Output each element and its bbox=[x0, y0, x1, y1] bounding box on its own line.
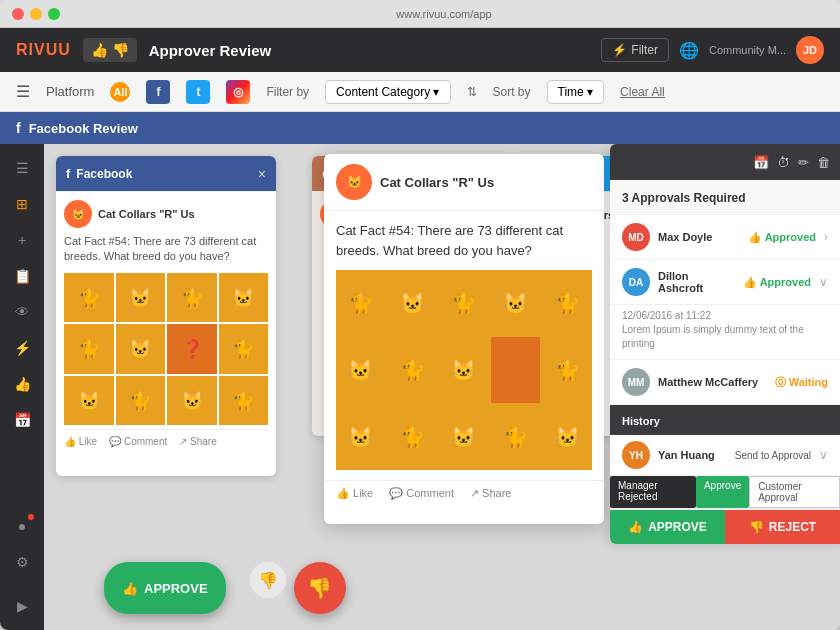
mac-titlebar: www.rivuu.com/app bbox=[0, 0, 840, 28]
main-layout: ☰ ⊞ + 📋 👁 ⚡ 👍 📅 ● ⚙ ▶ f Faceboo bbox=[0, 144, 840, 630]
approval-row-3: MM Matthew McCaffery ⓪ Waiting bbox=[610, 360, 840, 405]
sidebar-icon-thumb[interactable]: 👍 bbox=[6, 368, 38, 400]
clock-tool-icon[interactable]: ⏱ bbox=[777, 155, 790, 170]
spacer bbox=[234, 562, 242, 614]
center-share-btn[interactable]: ↗ Share bbox=[470, 487, 511, 500]
sidebar-icon-calendar[interactable]: 📅 bbox=[6, 404, 38, 436]
cat-cell-11: 🐱 bbox=[167, 376, 217, 426]
sort-select[interactable]: Time ▾ bbox=[547, 80, 605, 104]
sidebar-icon-clipboard[interactable]: 📋 bbox=[6, 260, 38, 292]
like-btn[interactable]: 👍 Like bbox=[64, 436, 97, 447]
cc-8: 🐱 bbox=[439, 337, 489, 402]
fb-review-bar: f Facebook Review bbox=[0, 112, 840, 144]
thumbs-down-neutral[interactable]: 👎 bbox=[250, 562, 286, 598]
cc-1: 🐈 bbox=[336, 270, 386, 335]
cc-6: 🐱 bbox=[336, 337, 386, 402]
edit-tool-icon[interactable]: ✏ bbox=[798, 155, 809, 170]
cc-15: 🐱 bbox=[542, 405, 592, 470]
sort-icon: ⇅ bbox=[467, 85, 477, 99]
center-author-name: Cat Collars "R" Us bbox=[380, 175, 494, 190]
facebook-card-actions: 👍 Like 💬 Comment ↗ Share bbox=[64, 429, 268, 453]
center-post-text: Cat Fact #54: There are 73 different cat… bbox=[336, 221, 592, 260]
approve-thumb-icon: 👍 bbox=[122, 581, 138, 596]
instagram-filter-icon[interactable]: ◎ bbox=[226, 80, 250, 104]
sidebar-icon-menu[interactable]: ☰ bbox=[6, 152, 38, 184]
sidebar-icon-alert[interactable]: ● bbox=[6, 510, 38, 542]
center-post-image: 🐈 🐱 🐈 🐱 🐈 🐱 🐈 🐱 🐈 🐱 🐈 bbox=[336, 270, 592, 470]
center-like-btn[interactable]: 👍 Like bbox=[336, 487, 373, 500]
yan-action: Send to Approval bbox=[735, 450, 811, 461]
community-label[interactable]: Community M... bbox=[709, 44, 786, 56]
calendar-tool-icon[interactable]: 📅 bbox=[753, 155, 769, 170]
sidebar-icon-video[interactable]: ▶ bbox=[6, 590, 38, 622]
platform-label: Platform bbox=[46, 84, 94, 99]
hamburger-icon[interactable]: ☰ bbox=[16, 82, 30, 101]
panel-reject-icon: 👎 bbox=[749, 520, 764, 534]
panel-approve-button[interactable]: 👍 APPROVE bbox=[610, 510, 725, 544]
cc-10: 🐈 bbox=[542, 337, 592, 402]
cc-7: 🐈 bbox=[388, 337, 438, 402]
center-post-header: 🐱 Cat Collars "R" Us bbox=[324, 154, 604, 211]
customer-approval-tab[interactable]: Customer Approval bbox=[749, 476, 840, 508]
approval-row-1: MD Max Doyle 👍 Approved › bbox=[610, 215, 840, 260]
app-navbar: RIVUU 👍 👎 Approver Review ⚡ Filter 🌐 Com… bbox=[0, 28, 840, 72]
sidebar-icon-add[interactable]: + bbox=[6, 224, 38, 256]
approval-row-2: DA Dillon Ashcroft 👍 Approved ∨ bbox=[610, 260, 840, 305]
fb-letter: f bbox=[16, 120, 21, 136]
cat-cell-7: ❓ bbox=[167, 324, 217, 374]
sidebar-icon-settings[interactable]: ⚙ bbox=[6, 546, 38, 578]
sidebar-icon-grid[interactable]: ⊞ bbox=[6, 188, 38, 220]
cat-cell-6: 🐱 bbox=[116, 324, 166, 374]
panel-bottom-buttons: 👍 APPROVE 👎 REJECT bbox=[610, 509, 840, 544]
cc-2: 🐱 bbox=[388, 270, 438, 335]
filter-button[interactable]: ⚡ Filter bbox=[601, 38, 669, 62]
minimize-dot[interactable] bbox=[30, 8, 42, 20]
yan-name: Yan Huang bbox=[658, 449, 727, 461]
cat-cell-9: 🐱 bbox=[64, 376, 114, 426]
facebook-author-avatar: 🐱 bbox=[64, 200, 92, 228]
globe-icon[interactable]: 🌐 bbox=[679, 41, 699, 60]
approve-tab[interactable]: Approve bbox=[696, 476, 749, 508]
max-thumb-icon: 👍 bbox=[748, 231, 762, 244]
center-comment-btn[interactable]: 💬 Comment bbox=[389, 487, 454, 500]
history-header: History bbox=[610, 405, 840, 435]
comment-btn[interactable]: 💬 Comment bbox=[109, 436, 167, 447]
cc-14: 🐈 bbox=[491, 405, 541, 470]
share-btn[interactable]: ↗ Share bbox=[179, 436, 216, 447]
user-avatar[interactable]: JD bbox=[796, 36, 824, 64]
reject-button[interactable]: 👎 bbox=[294, 562, 346, 614]
sidebar-icon-eye[interactable]: 👁 bbox=[6, 296, 38, 328]
delete-tool-icon[interactable]: 🗑 bbox=[817, 155, 830, 170]
facebook-card-title: Facebook bbox=[76, 167, 251, 181]
clear-all-btn[interactable]: Clear All bbox=[620, 85, 665, 99]
cat-cell-3: 🐈 bbox=[167, 273, 217, 323]
sidebar-icon-bolt[interactable]: ⚡ bbox=[6, 332, 38, 364]
matthew-avatar: MM bbox=[622, 368, 650, 396]
cat-cell-8: 🐈 bbox=[219, 324, 269, 374]
cc-5: 🐈 bbox=[542, 270, 592, 335]
mac-window: www.rivuu.com/app RIVUU 👍 👎 Approver Rev… bbox=[0, 0, 840, 630]
maximize-dot[interactable] bbox=[48, 8, 60, 20]
manager-rejected-tab[interactable]: Manager Rejected bbox=[610, 476, 696, 508]
content-category-select[interactable]: Content Category ▾ bbox=[325, 80, 450, 104]
right-panel-toolbar: 📅 ⏱ ✏ 🗑 bbox=[610, 144, 840, 180]
close-dot[interactable] bbox=[12, 8, 24, 20]
twitter-filter-icon[interactable]: t bbox=[186, 80, 210, 104]
max-name: Max Doyle bbox=[658, 231, 740, 243]
facebook-card-image: 🐈 🐱 🐈 🐱 🐈 🐱 ❓ 🐈 🐱 🐈 🐱 🐈 bbox=[64, 273, 268, 426]
matthew-status: ⓪ Waiting bbox=[775, 375, 828, 390]
filter-icon: ⚡ bbox=[612, 43, 627, 57]
cc-12: 🐈 bbox=[388, 405, 438, 470]
comment-date: 12/06/2016 at 11:22 bbox=[622, 309, 828, 323]
facebook-card-close[interactable]: × bbox=[258, 166, 266, 182]
history-tabs: Manager Rejected Approve Customer Approv… bbox=[610, 476, 840, 509]
sort-label: Sort by bbox=[493, 85, 531, 99]
panel-reject-button[interactable]: 👎 REJECT bbox=[725, 510, 840, 544]
cat-cell-5: 🐈 bbox=[64, 324, 114, 374]
approve-button[interactable]: 👍 APPROVE bbox=[104, 562, 226, 614]
dillon-chevron: ∨ bbox=[819, 275, 828, 289]
facebook-filter-icon[interactable]: f bbox=[146, 80, 170, 104]
center-post-body: Cat Fact #54: There are 73 different cat… bbox=[324, 211, 604, 480]
approvals-title: 3 Approvals Required bbox=[622, 191, 746, 205]
url-bar[interactable]: www.rivuu.com/app bbox=[60, 8, 828, 20]
